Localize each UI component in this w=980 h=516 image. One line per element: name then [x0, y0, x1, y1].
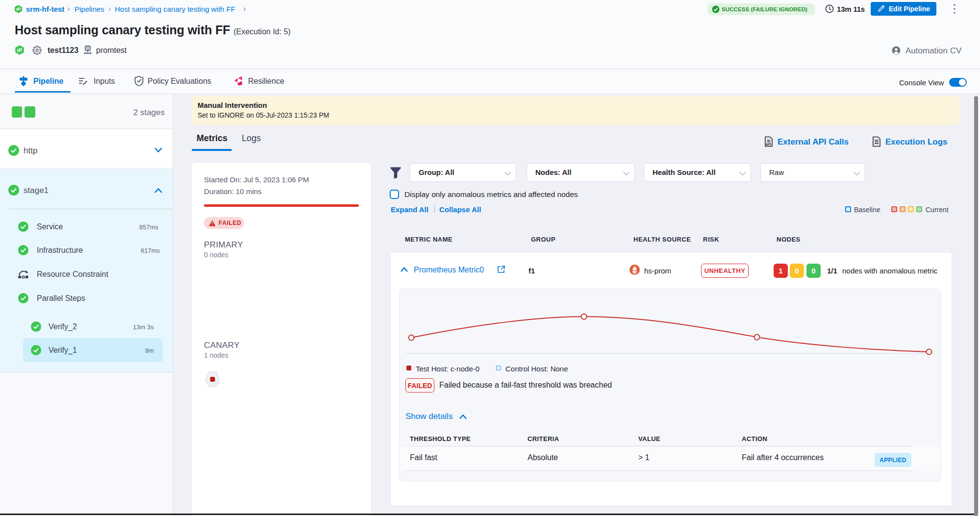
- svg-text:API: API: [766, 143, 771, 146]
